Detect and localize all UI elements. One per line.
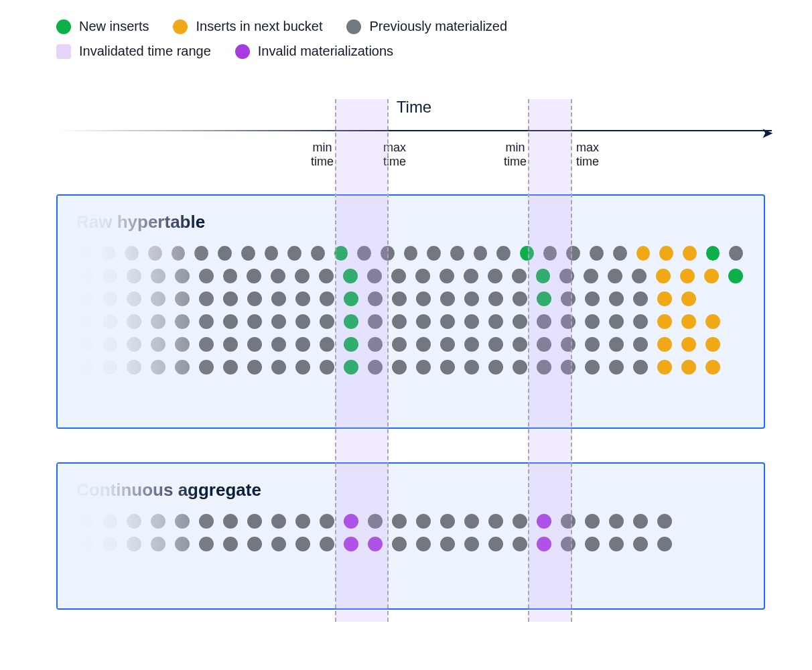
data-dot — [199, 514, 214, 529]
data-dot — [127, 514, 141, 529]
legend-swatch-dot — [173, 19, 188, 34]
dot-row — [74, 510, 748, 533]
data-dot — [706, 246, 720, 261]
data-dot — [151, 314, 165, 329]
data-dot — [199, 537, 214, 551]
panel-title: Continuous aggregate — [76, 480, 745, 500]
data-dot — [392, 360, 407, 375]
data-dot — [464, 291, 479, 306]
data-dot — [488, 514, 503, 529]
data-dot — [659, 246, 673, 261]
data-dot — [681, 314, 696, 329]
data-dot — [488, 314, 503, 329]
data-dot — [78, 360, 93, 375]
data-dot — [585, 291, 600, 306]
axis-tick: maxtime — [576, 141, 599, 168]
data-dot — [247, 337, 262, 352]
data-dot — [608, 269, 622, 283]
data-dot — [585, 360, 600, 375]
data-dot — [78, 291, 93, 306]
legend: New insertsInserts in next bucketPreviou… — [56, 19, 507, 59]
data-dot — [416, 514, 431, 529]
data-dot — [271, 337, 286, 352]
data-dot — [151, 514, 165, 529]
data-dot — [513, 537, 527, 551]
data-dot — [496, 246, 511, 261]
data-dot — [488, 291, 503, 306]
data-dot — [657, 360, 672, 375]
data-dot — [199, 337, 214, 352]
data-dot — [512, 269, 527, 283]
data-dot — [609, 314, 624, 329]
legend-label: New inserts — [79, 19, 149, 34]
data-dot — [440, 537, 455, 551]
data-dot — [78, 514, 93, 529]
data-dot — [474, 246, 488, 261]
data-dot — [103, 314, 117, 329]
legend-label: Previously materialized — [369, 19, 507, 34]
data-dot — [705, 314, 720, 329]
legend-item: New inserts — [56, 19, 149, 34]
data-dot — [427, 246, 441, 261]
data-dot — [151, 269, 165, 283]
data-dot — [609, 514, 624, 529]
data-dot — [585, 314, 600, 329]
dot-row — [74, 356, 748, 379]
data-dot — [320, 314, 334, 329]
data-dot — [681, 337, 696, 352]
data-dot — [657, 514, 672, 529]
data-dot — [636, 246, 651, 261]
data-dot — [247, 514, 262, 529]
data-dot — [175, 291, 190, 306]
data-dot — [683, 246, 697, 261]
data-dot — [103, 537, 117, 551]
data-dot — [127, 360, 141, 375]
legend-row-1: New insertsInserts in next bucketPreviou… — [56, 19, 507, 34]
data-dot — [295, 291, 310, 306]
data-dot — [439, 269, 454, 283]
legend-swatch-dot — [346, 19, 361, 34]
data-dot — [319, 269, 334, 283]
data-dot — [464, 360, 479, 375]
data-dot — [416, 537, 431, 551]
data-dot — [657, 314, 672, 329]
axis-tick: mintime — [504, 141, 527, 168]
data-dot — [416, 337, 431, 352]
data-dot — [218, 246, 232, 261]
data-dot — [633, 360, 648, 375]
data-dot — [103, 514, 117, 529]
data-dot — [585, 537, 600, 551]
data-dot — [271, 537, 286, 551]
data-dot — [295, 360, 310, 375]
data-dot — [392, 337, 407, 352]
data-dot — [287, 246, 301, 261]
data-dot — [513, 360, 527, 375]
data-dot — [78, 269, 93, 283]
data-dot — [151, 291, 165, 306]
data-dot — [247, 291, 262, 306]
data-dot — [404, 246, 418, 261]
legend-swatch-dot — [56, 19, 71, 34]
data-dot — [584, 269, 598, 283]
data-dot — [488, 537, 503, 551]
legend-item: Previously materialized — [346, 19, 507, 34]
data-dot — [513, 314, 527, 329]
dot-grid — [74, 510, 748, 555]
data-dot — [127, 269, 141, 283]
data-dot — [127, 314, 141, 329]
data-dot — [613, 246, 627, 261]
data-dot — [609, 360, 624, 375]
data-dot — [609, 291, 624, 306]
diagram-canvas: New insertsInserts in next bucketPreviou… — [0, 0, 812, 670]
data-dot — [295, 269, 310, 283]
data-dot — [681, 291, 696, 306]
data-dot — [271, 360, 286, 375]
data-dot — [392, 291, 407, 306]
data-dot — [632, 269, 647, 283]
data-dot — [450, 246, 464, 261]
data-dot — [415, 269, 430, 283]
data-dot — [223, 337, 238, 352]
data-dot — [103, 291, 117, 306]
data-dot — [320, 514, 334, 529]
data-dot — [127, 537, 141, 551]
